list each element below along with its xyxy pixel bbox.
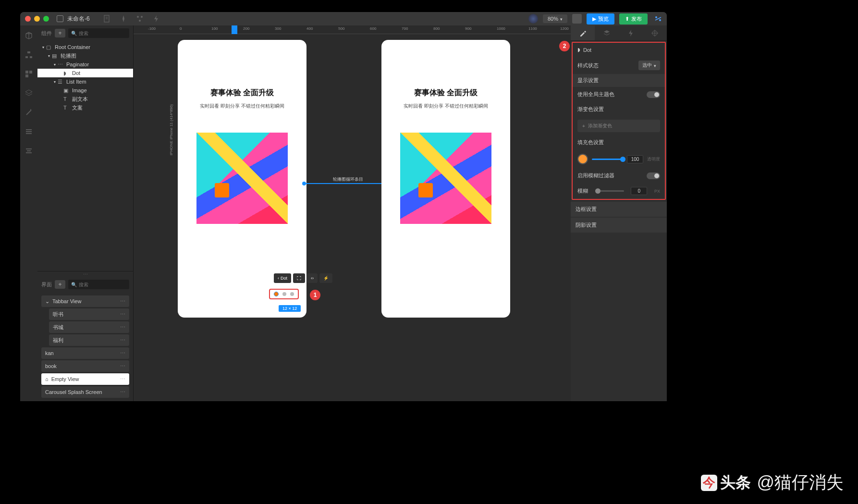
display-section-header[interactable]: 显示设置: [573, 74, 665, 87]
tree-subtext[interactable]: T副文本: [37, 95, 133, 103]
titlebar: 未命名-6 80% ▶预览 ⬆发布: [20, 12, 667, 25]
callout-1: 1: [310, 290, 320, 300]
page-tabbar-view[interactable]: ⌄Tabbar View⋯: [41, 295, 129, 307]
tree-image[interactable]: ▣Image: [37, 86, 133, 95]
svg-point-6: [655, 16, 657, 18]
close-window[interactable]: [25, 16, 31, 22]
device-icon[interactable]: [572, 14, 582, 24]
settings-icon[interactable]: [654, 15, 662, 23]
add-gradient-button[interactable]: +添加渐变色: [577, 120, 660, 132]
component-tree: ▾▢Root Container ▾▤轮播图 ▾⋯Paginator ◗Dot …: [37, 41, 133, 271]
opacity-unit: 透明度: [647, 156, 660, 162]
connection-line: 轮播图循环条目: [304, 183, 383, 184]
layers-icon[interactable]: [25, 89, 33, 98]
artboard-1[interactable]: IPHONE iPhone 11 (414*896) 赛事体验 全面升级 实时回…: [178, 40, 306, 318]
style-state-select[interactable]: 选中: [638, 61, 660, 70]
canvas[interactable]: -100010020030040050060070080090010001100…: [134, 25, 571, 401]
border-section[interactable]: 边框设置: [571, 202, 667, 217]
dot-2[interactable]: [282, 292, 286, 296]
headline: 赛事体验 全面升级: [381, 88, 510, 98]
chevron-down-icon: ⌄: [45, 298, 49, 305]
svg-point-3: [137, 16, 139, 18]
fill-color-swatch[interactable]: [577, 154, 588, 164]
add-component-button[interactable]: +: [55, 29, 65, 37]
headline: 赛事体验 全面升级: [178, 88, 306, 98]
shadow-section[interactable]: 阴影设置: [571, 218, 667, 233]
align-icon[interactable]: [25, 147, 33, 155]
page-shucheng[interactable]: 书城⋯: [49, 321, 129, 333]
right-panel: 2 ◗Dot 样式状态 选中 显示设置 使用全局主题色 渐变色设置 +添加渐变色…: [571, 25, 667, 401]
left-panel: 组件 + 🔍 ▾▢Root Container ▾▤轮播图 ▾⋯Paginato…: [37, 25, 134, 401]
minimize-window[interactable]: [34, 16, 40, 22]
tab-actions[interactable]: [619, 25, 643, 40]
lightning-icon[interactable]: [152, 15, 160, 23]
artboard-device-label: IPHONE iPhone 11 (414*896): [169, 104, 173, 155]
svg-rect-11: [30, 56, 32, 58]
page-carousel-splash[interactable]: Carousel Splash Screen⋯: [41, 386, 129, 398]
list-icon[interactable]: [25, 127, 33, 136]
connection-start: [302, 182, 306, 185]
page-fuli[interactable]: 福利⋯: [49, 334, 129, 346]
code-icon[interactable]: ‹›: [307, 273, 318, 283]
expand-icon[interactable]: ⛶: [293, 273, 305, 283]
tab-style[interactable]: [571, 25, 595, 40]
page-icon[interactable]: [103, 15, 111, 23]
global-theme-toggle[interactable]: [647, 91, 660, 98]
publish-button[interactable]: ⬆发布: [619, 13, 648, 25]
tree-dot[interactable]: ◗Dot: [37, 69, 133, 77]
breadcrumb-dot[interactable]: ‹ Dot: [274, 273, 291, 283]
blur-filter-toggle[interactable]: [647, 172, 660, 179]
app-window: 未命名-6 80% ▶预览 ⬆发布: [20, 12, 667, 401]
add-page-button[interactable]: +: [55, 280, 65, 289]
carousel-image: [196, 133, 288, 224]
tree-paginator[interactable]: ▾⋯Paginator: [37, 60, 133, 69]
dot-3[interactable]: [290, 292, 294, 296]
tree-carousel[interactable]: ▾▤轮播图: [37, 51, 133, 60]
wand-icon[interactable]: [25, 108, 33, 117]
blur-slider[interactable]: [595, 190, 624, 192]
cube-icon[interactable]: [25, 31, 33, 40]
blur-unit: PX: [654, 189, 660, 194]
svg-point-5: [139, 20, 141, 22]
carousel-image: [400, 133, 491, 224]
grid-icon[interactable]: [25, 70, 33, 78]
artboard-2[interactable]: 赛事体验 全面升级 实时回看 即刻分享 不错过任何精彩瞬间: [381, 40, 510, 318]
page-empty-view[interactable]: ⌂Empty View⋯: [41, 373, 129, 385]
connection-label: 轮播图循环条目: [333, 176, 363, 183]
tree-root-container[interactable]: ▾▢Root Container: [37, 43, 133, 51]
pages-search[interactable]: 🔍: [68, 280, 129, 289]
maximize-window[interactable]: [43, 16, 49, 22]
tree-text[interactable]: T文案: [37, 103, 133, 112]
inspector: 2 ◗Dot 样式状态 选中 显示设置 使用全局主题色 渐变色设置 +添加渐变色…: [572, 42, 666, 200]
svg-point-16: [30, 109, 31, 110]
tab-debug[interactable]: [643, 25, 667, 40]
svg-point-4: [141, 16, 143, 18]
selection-toolbar: ‹ Dot ⛶ ‹› ⚡: [274, 273, 332, 283]
search-input[interactable]: 🔍: [68, 28, 129, 38]
tree-list-item[interactable]: ▾☰List Item: [37, 77, 133, 86]
chevron-down-icon: [654, 63, 656, 68]
opacity-input[interactable]: [627, 155, 643, 163]
svg-rect-9: [27, 51, 30, 53]
avatar[interactable]: [528, 14, 538, 24]
fill-section-label: 填充色设置: [577, 139, 604, 146]
blur-label: 模糊: [577, 187, 588, 195]
compass-icon[interactable]: [120, 15, 127, 23]
subhead: 实时回看 即刻分享 不错过任何精彩瞬间: [178, 103, 306, 110]
preview-button[interactable]: ▶预览: [587, 13, 614, 25]
sidebar-toggle-icon[interactable]: [57, 15, 63, 22]
style-state-label: 样式状态: [577, 62, 599, 69]
page-book[interactable]: book⋯: [41, 360, 129, 372]
lightning-icon[interactable]: ⚡: [319, 273, 332, 283]
blur-input[interactable]: [631, 187, 647, 195]
tab-layers[interactable]: [595, 25, 619, 40]
paginator-dots[interactable]: [269, 289, 299, 299]
dot-1[interactable]: [274, 292, 279, 296]
hierarchy-icon[interactable]: [25, 50, 33, 59]
page-kan[interactable]: kan⋯: [41, 347, 129, 359]
zoom-select[interactable]: 80%: [543, 14, 567, 23]
page-tingshu[interactable]: 听书⋯: [49, 308, 129, 320]
nodes-icon[interactable]: [136, 15, 144, 23]
opacity-slider[interactable]: [592, 159, 623, 160]
dot-icon: ◗: [577, 47, 580, 53]
